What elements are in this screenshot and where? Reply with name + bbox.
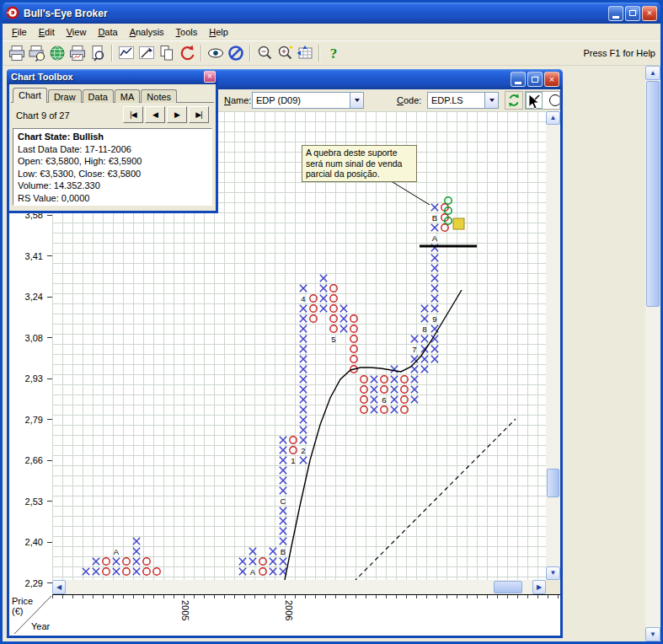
previous-chart-button[interactable]: ◀ [145, 106, 165, 123]
svg-text:A: A [432, 233, 438, 243]
chart-annotation[interactable]: A quebra deste suporte será num sinal de… [302, 145, 417, 182]
refresh-button[interactable] [505, 91, 523, 110]
scroll-right-button[interactable]: ▶ [532, 580, 546, 594]
main-titlebar[interactable]: Bull's-Eye Broker × [3, 3, 660, 24]
child-close-button[interactable]: × [544, 72, 559, 87]
price-axis-header: Price [12, 596, 33, 606]
scroll-down-button[interactable]: ▼ [645, 627, 660, 641]
price-tick-label: 3,41 [11, 251, 43, 261]
ellipse-tool-icon[interactable] [549, 94, 560, 106]
horizontal-scroll-thumb[interactable] [494, 581, 522, 593]
zoom-button[interactable] [254, 43, 275, 63]
menu-tools[interactable]: Tools [170, 25, 204, 39]
close-icon: × [207, 72, 212, 81]
child-maximize-button[interactable] [527, 72, 543, 87]
eye-button[interactable] [206, 43, 226, 63]
vertical-scroll-thumb[interactable] [646, 81, 660, 307]
copy-button[interactable] [157, 43, 177, 63]
menu-file[interactable]: File [6, 25, 33, 39]
bottom-axis-panel: Price (€) Year 20052006 [9, 594, 560, 636]
no-entry-icon [227, 44, 245, 62]
help-button[interactable]: ? [323, 43, 344, 63]
svg-text:B: B [281, 547, 286, 556]
vertical-scroll-thumb[interactable] [547, 469, 559, 497]
page-preview-icon [88, 44, 107, 62]
price-tick-label: 2,93 [11, 373, 43, 384]
last-data-date-line: Last Data Date: 17-11-2006 [18, 143, 207, 156]
main-toolbar: ? Press F1 for Help [3, 40, 660, 66]
price-tick-label: 3,08 [11, 333, 43, 343]
name-combobox[interactable]: EDP (D09) [252, 92, 364, 109]
grid-pointer-button[interactable] [295, 43, 315, 63]
tab-data[interactable]: Data [83, 89, 114, 103]
svg-text:A: A [250, 567, 256, 577]
help-icon: ? [324, 44, 343, 62]
chevron-down-icon [489, 99, 495, 102]
zoom-plus-button[interactable] [275, 43, 295, 63]
bulls-eye-broker-window: Bull's-Eye Broker × File Edit View Data … [0, 0, 663, 644]
svg-text:6: 6 [382, 395, 386, 405]
exclude-button[interactable] [226, 43, 246, 63]
svg-text:8: 8 [422, 325, 426, 334]
scroll-up-button[interactable]: ▲ [546, 111, 560, 125]
svg-text:1: 1 [291, 456, 295, 465]
menubar: File Edit View Data Analysis Tools Help [3, 24, 660, 40]
print-button[interactable] [7, 43, 27, 63]
code-label: Code: [397, 95, 421, 105]
print-chart-button[interactable] [67, 43, 88, 63]
code-dropdown-button[interactable] [484, 93, 498, 108]
year-axis: 20052006 [52, 594, 560, 636]
help-hint: Press F1 for Help [583, 48, 655, 58]
name-dropdown-button[interactable] [350, 93, 363, 108]
menu-view[interactable]: View [61, 25, 93, 39]
magnifier-plus-icon [275, 44, 294, 62]
next-chart-button[interactable]: ▶ [167, 106, 187, 123]
mdi-vertical-scrollbar[interactable]: ▲ ▼ [645, 66, 660, 641]
child-minimize-button[interactable] [511, 72, 526, 87]
tab-draw[interactable]: Draw [48, 89, 82, 103]
menu-analysis[interactable]: Analysis [124, 25, 170, 39]
menu-help[interactable]: Help [203, 25, 234, 39]
scroll-left-button[interactable]: ◀ [52, 580, 66, 594]
scroll-up-button[interactable]: ▲ [645, 66, 660, 80]
minimize-button[interactable] [608, 6, 623, 21]
close-button[interactable]: × [642, 6, 657, 21]
first-chart-button[interactable]: |◀ [123, 106, 143, 123]
price-tick-label: 2,79 [11, 415, 43, 425]
menu-data[interactable]: Data [92, 25, 123, 39]
chart-horizontal-scrollbar[interactable]: ◀ ▶ [52, 580, 546, 594]
restore-icon [532, 77, 538, 83]
page-preview-button[interactable] [88, 43, 108, 63]
scroll-down-button[interactable]: ▼ [546, 566, 560, 580]
tab-chart[interactable]: Chart [13, 88, 47, 103]
toolbox-title: Chart Toolbox [9, 72, 204, 82]
price-tick-label: 2,40 [11, 537, 43, 547]
price-tick-label: 3,24 [11, 292, 43, 302]
undo-button[interactable] [177, 43, 197, 63]
code-combobox[interactable]: EDP.LS [427, 92, 499, 109]
print-preview-button[interactable] [27, 43, 47, 63]
chart-position-text: Chart 9 of 27 [16, 110, 70, 121]
eye-icon [206, 44, 225, 62]
maximize-button[interactable] [625, 6, 640, 21]
toolbox-tabs: Chart Draw Data MA Notes [11, 86, 214, 103]
menu-edit[interactable]: Edit [33, 25, 61, 39]
close-icon: × [549, 75, 554, 84]
chart-button[interactable] [116, 43, 136, 63]
toolbox-close-button[interactable]: × [204, 71, 216, 83]
scrollbar-corner [546, 580, 560, 594]
tab-notes[interactable]: Notes [141, 89, 177, 103]
web-export-button[interactable] [47, 43, 67, 63]
toolbox-titlebar[interactable]: Chart Toolbox × [7, 69, 218, 84]
refresh-icon [505, 92, 522, 109]
draw-tool-button[interactable] [136, 43, 157, 63]
chart-icon [117, 44, 136, 62]
svg-text:7: 7 [412, 345, 416, 354]
last-chart-button[interactable]: ▶| [189, 106, 209, 123]
chart-nav-buttons: |◀ ◀ ▶ ▶| [123, 106, 209, 123]
low-close-line: Low: €3,5300, Close: €3,5800 [18, 168, 207, 180]
chart-vertical-scrollbar[interactable]: ▲ ▼ [546, 111, 560, 580]
svg-text:5: 5 [331, 335, 335, 344]
tab-ma[interactable]: MA [115, 89, 141, 103]
print-preview-icon [28, 44, 46, 62]
